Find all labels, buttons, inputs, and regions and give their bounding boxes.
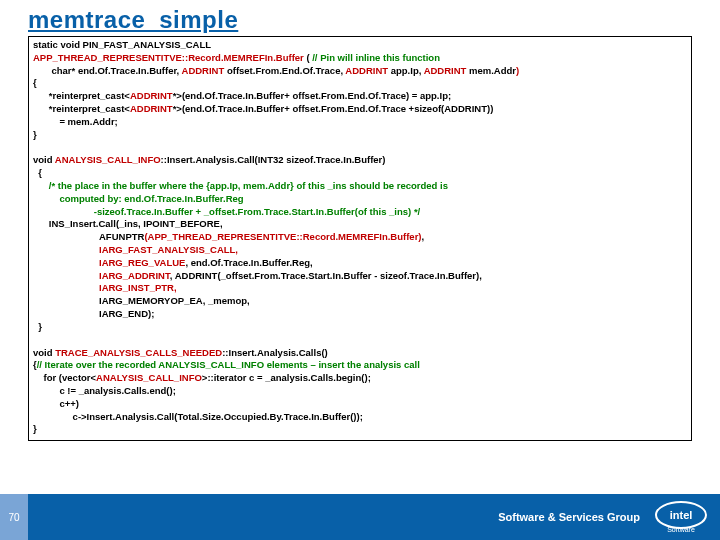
code-line: IARG_FAST_ANALYSIS_CALL,	[33, 244, 687, 257]
code-line: IARG_REG_VALUE, end.Of.Trace.In.Buffer.R…	[33, 257, 687, 270]
code-line: static void PIN_FAST_ANALYSIS_CALL	[33, 39, 687, 52]
code-line: c++)	[33, 398, 687, 411]
code-line: AFUNPTR(APP_THREAD_REPRESENTITVE::Record…	[33, 231, 687, 244]
code-line: void TRACE_ANALYSIS_CALLS_NEEDED::Insert…	[33, 347, 687, 360]
svg-text:intel: intel	[670, 509, 693, 521]
svg-text:Software: Software	[667, 526, 695, 533]
code-line: *reinterpret_cast<ADDRINT*>(end.Of.Trace…	[33, 90, 687, 103]
intel-logo: intel Software	[654, 500, 708, 534]
code-blank	[33, 334, 687, 347]
code-line: *reinterpret_cast<ADDRINT*>(end.Of.Trace…	[33, 103, 687, 116]
code-line: INS_Insert.Call(_ins, IPOINT_BEFORE,	[33, 218, 687, 231]
footer-group: Software & Services Group	[498, 511, 640, 523]
code-line: IARG_ADDRINT, ADDRINT(_offset.From.Trace…	[33, 270, 687, 283]
code-line: computed by: end.Of.Trace.In.Buffer.Reg	[33, 193, 687, 206]
code-line: IARG_MEMORYOP_EA, _memop,	[33, 295, 687, 308]
code-line: c->Insert.Analysis.Call(Total.Size.Occup…	[33, 411, 687, 424]
code-line: IARG_END);	[33, 308, 687, 321]
code-line: -sizeof.Trace.In.Buffer + _offset.From.T…	[33, 206, 687, 219]
code-line: }	[33, 321, 687, 334]
slide-title: memtrace_simple	[0, 0, 720, 34]
code-line: }	[33, 129, 687, 142]
code-line: IARG_INST_PTR,	[33, 282, 687, 295]
intel-logo-icon: intel Software	[654, 500, 708, 534]
code-line: char* end.Of.Trace.In.Buffer, ADDRINT of…	[33, 65, 687, 78]
code-line: void ANALYSIS_CALL_INFO::Insert.Analysis…	[33, 154, 687, 167]
page-number: 70	[0, 494, 28, 540]
footer-bar: 70 Software & Services Group intel Softw…	[0, 494, 720, 540]
code-line: = mem.Addr;	[33, 116, 687, 129]
code-line: {	[33, 77, 687, 90]
code-line: {	[33, 167, 687, 180]
code-line: {// Iterate over the recorded ANALYSIS_C…	[33, 359, 687, 372]
code-line: APP_THREAD_REPRESENTITVE::Record.MEMREFI…	[33, 52, 687, 65]
code-line: }	[33, 423, 687, 436]
slide: memtrace_simple static void PIN_FAST_ANA…	[0, 0, 720, 540]
code-line: for (vector<ANALYSIS_CALL_INFO>::iterato…	[33, 372, 687, 385]
code-line: /* the place in the buffer where the {ap…	[33, 180, 687, 193]
code-line: c != _analysis.Calls.end();	[33, 385, 687, 398]
code-blank	[33, 142, 687, 155]
code-box: static void PIN_FAST_ANALYSIS_CALL APP_T…	[28, 36, 692, 441]
